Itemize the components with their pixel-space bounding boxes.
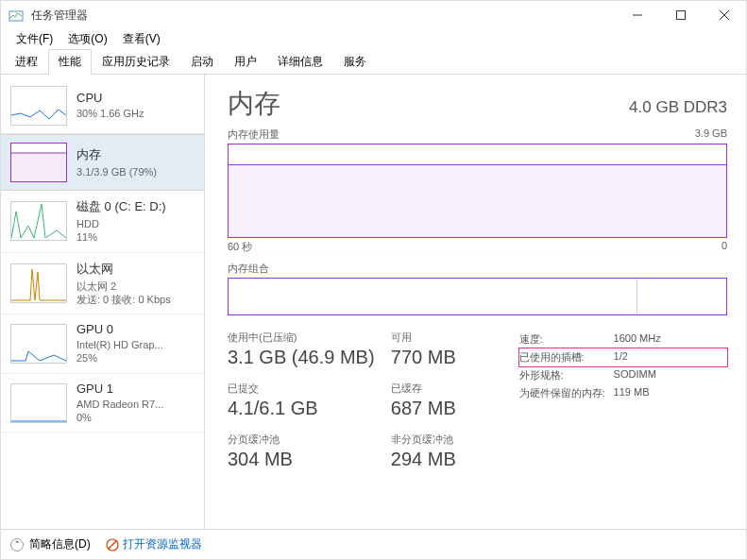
tab-details[interactable]: 详细信息 (267, 49, 333, 75)
sidebar-item-ethernet[interactable]: 以太网以太网 2 发送: 0 接收: 0 Kbps (1, 253, 204, 315)
graph1-label-left: 内存使用量 (228, 127, 280, 142)
app-icon (8, 8, 24, 23)
spec-slots-row: 已使用的插槽: 1/2 (518, 348, 728, 367)
main: CPU30% 1.66 GHz 内存3.1/3.9 GB (79%) 磁盘 0 … (1, 75, 746, 529)
stat-committed-label: 已提交 (228, 382, 391, 396)
sidebar-item-label: 以太网 (76, 261, 195, 278)
graph1-below-right: 0 (722, 240, 727, 254)
stat-cached-label: 已缓存 (391, 382, 519, 396)
sidebar-item-sub: 3.1/3.9 GB (79%) (76, 165, 195, 178)
detail-spec-title: 4.0 GB DDR3 (629, 98, 727, 117)
disk-thumb (10, 201, 67, 241)
spec-speed-value: 1600 MHz (614, 332, 727, 347)
stat-committed-value: 4.1/6.1 GB (228, 398, 391, 419)
spec-slots-value: 1/2 (614, 350, 727, 365)
stat-cached-value: 687 MB (391, 398, 519, 419)
sidebar-item-gpu1[interactable]: GPU 1AMD Radeon R7... 0% (1, 374, 204, 433)
window-controls (616, 1, 746, 29)
svg-rect-2 (677, 11, 686, 20)
memory-composition-graph[interactable] (228, 278, 727, 315)
svg-line-9 (109, 541, 116, 549)
cpu-thumb (10, 86, 67, 126)
spec-speed-label: 速度: (519, 332, 614, 347)
stat-paged-value: 304 MB (228, 449, 391, 470)
detail-panel: 内存 4.0 GB DDR3 内存使用量 3.9 GB 60 秒 0 内存组合 … (205, 75, 746, 529)
sidebar-item-sub: Intel(R) HD Grap... 25% (76, 338, 195, 365)
open-resource-monitor-label: 打开资源监视器 (123, 536, 202, 552)
graph1-below-left: 60 秒 (228, 240, 252, 254)
spec-slots-label: 已使用的插槽: (519, 350, 614, 365)
sidebar-item-label: 内存 (76, 146, 195, 163)
window-title: 任务管理器 (31, 8, 616, 24)
titlebar: 任务管理器 (1, 1, 746, 29)
detail-title: 内存 (228, 86, 280, 122)
sidebar-item-cpu[interactable]: CPU30% 1.66 GHz (1, 78, 204, 134)
spec-form-value: SODIMM (614, 368, 727, 382)
sidebar: CPU30% 1.66 GHz 内存3.1/3.9 GB (79%) 磁盘 0 … (1, 75, 205, 529)
ethernet-thumb (10, 263, 67, 303)
spec-reserved-label: 为硬件保留的内存: (519, 386, 614, 400)
maximize-button[interactable] (659, 1, 703, 29)
bottombar: ˄ 简略信息(D) 打开资源监视器 (1, 529, 746, 559)
fewer-details-button[interactable]: ˄ 简略信息(D) (10, 536, 91, 552)
tab-startup[interactable]: 启动 (180, 49, 224, 75)
stat-available-label: 可用 (391, 331, 519, 345)
stat-paged-label: 分页缓冲池 (228, 433, 391, 447)
spec-reserved-value: 119 MB (614, 386, 727, 400)
sidebar-item-gpu0[interactable]: GPU 0Intel(R) HD Grap... 25% (1, 314, 204, 374)
tabbar: 进程 性能 应用历史记录 启动 用户 详细信息 服务 (1, 48, 746, 75)
sidebar-item-sub: 以太网 2 发送: 0 接收: 0 Kbps (76, 280, 195, 307)
tab-processes[interactable]: 进程 (5, 49, 48, 75)
sidebar-item-disk[interactable]: 磁盘 0 (C: E: D:)HDD 11% (1, 191, 204, 253)
menu-file[interactable]: 文件(F) (8, 29, 60, 49)
sidebar-item-label: GPU 0 (76, 322, 195, 336)
gpu0-thumb (10, 324, 67, 364)
open-resource-monitor-link[interactable]: 打开资源监视器 (106, 536, 202, 552)
gpu1-thumb (10, 383, 67, 423)
memory-usage-graph[interactable] (228, 144, 727, 238)
sidebar-item-sub: 30% 1.66 GHz (76, 107, 195, 120)
close-button[interactable] (703, 1, 746, 29)
resource-monitor-icon (106, 538, 119, 552)
svg-rect-5 (11, 153, 66, 181)
stat-nonpaged-value: 294 MB (391, 449, 519, 470)
menu-options[interactable]: 选项(O) (60, 29, 114, 49)
sidebar-item-sub: HDD 11% (76, 217, 195, 245)
sidebar-item-sub: AMD Radeon R7... 0% (76, 398, 195, 425)
graph1-label-right: 3.9 GB (695, 127, 727, 142)
sidebar-item-label: GPU 1 (76, 382, 195, 396)
stat-inuse-value: 3.1 GB (46.9 MB) (228, 347, 391, 368)
minimize-button[interactable] (616, 1, 659, 29)
tab-app-history[interactable]: 应用历史记录 (92, 49, 180, 75)
sidebar-item-label: 磁盘 0 (C: E: D:) (76, 198, 195, 215)
stat-nonpaged-label: 非分页缓冲池 (391, 433, 519, 447)
chevron-up-icon: ˄ (10, 538, 24, 552)
menu-view[interactable]: 查看(V) (115, 29, 168, 49)
stat-available-value: 770 MB (391, 347, 519, 368)
sidebar-item-label: CPU (76, 91, 195, 105)
stat-inuse-label: 使用中(已压缩) (228, 331, 391, 345)
menubar: 文件(F) 选项(O) 查看(V) (1, 29, 746, 48)
tab-performance[interactable]: 性能 (48, 49, 92, 75)
tab-services[interactable]: 服务 (333, 49, 377, 75)
graph2-label-left: 内存组合 (228, 262, 269, 276)
fewer-details-label: 简略信息(D) (29, 536, 91, 552)
spec-form-label: 外形规格: (519, 368, 614, 382)
memory-thumb (10, 143, 67, 182)
sidebar-item-memory[interactable]: 内存3.1/3.9 GB (79%) (1, 134, 204, 191)
tab-users[interactable]: 用户 (224, 49, 267, 75)
